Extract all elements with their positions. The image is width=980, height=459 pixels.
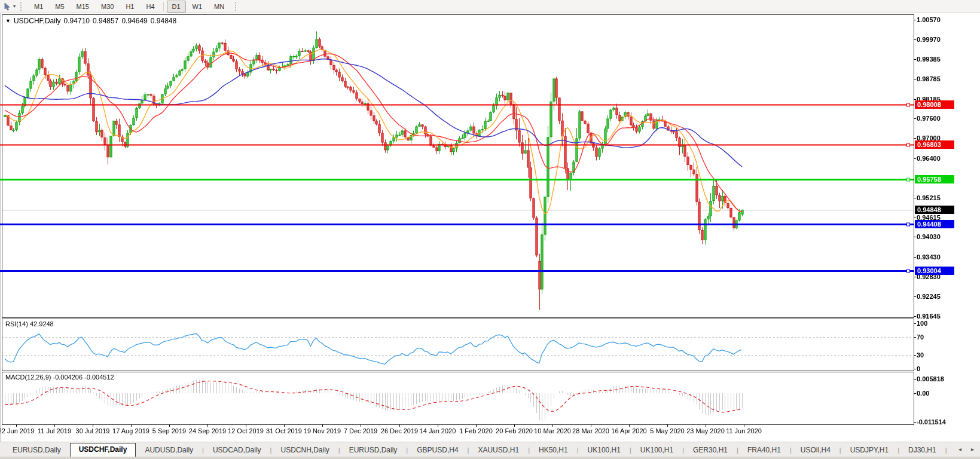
date-axis-label: 1 Feb 2020 bbox=[459, 427, 493, 434]
timeframe-button-d1[interactable]: D1 bbox=[167, 1, 186, 13]
date-axis-label: 5 May 2020 bbox=[650, 427, 684, 434]
mt4-window: ▾ M1M5M15M30H1H4D1W1MN ▼USDCHF,Daily0.94… bbox=[0, 0, 980, 459]
date-axis-label: 5 Sep 2019 bbox=[152, 427, 186, 434]
price-tick-label: 0.98785 bbox=[917, 75, 941, 83]
date-axis-label: 28 Mar 2020 bbox=[572, 427, 609, 434]
macd-tick-label: 0.005818 bbox=[917, 375, 944, 383]
price-chart-canvas[interactable] bbox=[0, 0, 980, 459]
tab-ger30-h1[interactable]: GER30,H1 bbox=[684, 443, 737, 457]
tab-usoil-h4[interactable]: USOil,H4 bbox=[792, 443, 839, 457]
hline-price-label: 0.93004 bbox=[915, 267, 954, 275]
hline-price-label: 0.94408 bbox=[915, 220, 954, 228]
hline-price-label: 0.96803 bbox=[915, 140, 954, 149]
tab-usdcnh-daily[interactable]: USDCNH,Daily bbox=[271, 443, 338, 457]
timeframe-button-m5[interactable]: M5 bbox=[50, 1, 69, 13]
price-tick-label: 0.99970 bbox=[917, 36, 941, 44]
quote-close: 0.94848 bbox=[151, 17, 176, 25]
date-axis-label: 14 Jan 2020 bbox=[420, 427, 456, 434]
chart-cursor-icon bbox=[4, 2, 12, 11]
chart-tab-bar: EURUSD,DailyUSDCHF,DailyAUDUSD,Daily|USD… bbox=[0, 442, 980, 457]
price-tick-label: 0.92245 bbox=[917, 293, 941, 301]
tab-dj30-h1[interactable]: DJ30,H1 bbox=[899, 443, 945, 457]
price-tick-label: 1.00570 bbox=[917, 16, 941, 24]
tab-scroll-left-icon[interactable]: ◂ bbox=[958, 446, 961, 452]
date-axis-label: 7 Dec 2019 bbox=[344, 427, 377, 434]
macd-value-2: -0.004512 bbox=[84, 374, 114, 381]
macd-tick-label: 0.00 bbox=[917, 390, 929, 397]
status-strip bbox=[0, 457, 980, 459]
rsi-indicator-label: RSI(14) 42.9248 bbox=[5, 320, 54, 328]
tab-usdjpy-h1[interactable]: USDJPY,H1 bbox=[841, 443, 897, 457]
tab-eurusd-daily[interactable]: EURUSD,Daily bbox=[4, 443, 70, 457]
date-axis-label: 20 Feb 2020 bbox=[496, 427, 533, 434]
toolbar-grip[interactable] bbox=[20, 2, 25, 11]
quote-low: 0.94649 bbox=[121, 17, 147, 25]
date-axis-label: 26 Dec 2019 bbox=[381, 427, 418, 434]
toolbar-separator bbox=[163, 2, 164, 11]
tab-usdchf-daily[interactable]: USDCHF,Daily bbox=[70, 443, 136, 457]
timeframe-button-m1[interactable]: M1 bbox=[29, 1, 48, 13]
price-tick-label: 0.96400 bbox=[917, 155, 941, 163]
macd-value-1: -0.004206 bbox=[53, 374, 83, 381]
date-axis-label: 17 Aug 2019 bbox=[112, 427, 149, 434]
quote-high: 0.94857 bbox=[93, 17, 118, 25]
tab-separator: | bbox=[945, 444, 947, 457]
macd-indicator-label: MACD(12,26,9) -0.004206 -0.004512 bbox=[5, 374, 114, 381]
price-tick-label: 0.95215 bbox=[917, 194, 941, 202]
date-axis-label: 31 Oct 2019 bbox=[266, 427, 302, 434]
tab-eurusd-daily[interactable]: EURUSD,Daily bbox=[340, 443, 407, 457]
hline-price-label: 0.98008 bbox=[915, 100, 954, 109]
chevron-down-icon: ▾ bbox=[13, 4, 16, 9]
tab-hk50-h1[interactable]: HK50,H1 bbox=[530, 443, 577, 457]
one-click-trading-toggle-icon[interactable]: ▼ bbox=[5, 18, 11, 24]
rsi-value: 42.9248 bbox=[30, 320, 54, 328]
tab-fra40-h1[interactable]: FRA40,H1 bbox=[738, 443, 790, 457]
date-axis-label: 19 Nov 2019 bbox=[304, 427, 341, 434]
tab-uk100-h1[interactable]: UK100,H1 bbox=[579, 443, 630, 457]
price-tick-label: 0.94030 bbox=[917, 233, 941, 241]
tab-xauusd-h1[interactable]: XAUUSD,H1 bbox=[469, 443, 528, 457]
tab-scroll-controls: ◂ ▸ bbox=[958, 446, 974, 452]
timeframe-button-h1[interactable]: H1 bbox=[120, 1, 139, 13]
date-axis-label: 30 Jul 2019 bbox=[76, 427, 110, 434]
chart-tabs: EURUSD,DailyUSDCHF,DailyAUDUSD,Daily|USD… bbox=[0, 442, 947, 457]
date-axis-label: 16 Apr 2020 bbox=[611, 427, 646, 434]
chart-cursor-tool-button[interactable]: ▾ bbox=[0, 1, 19, 13]
hline-price-label: 0.95758 bbox=[915, 175, 954, 183]
macd-tick-label: -0.011514 bbox=[917, 418, 946, 426]
date-axis-label: 11 Jun 2020 bbox=[726, 427, 762, 434]
tab-gbpusd-h4[interactable]: GBPUSD,H4 bbox=[408, 443, 467, 457]
tab-uk100-h1[interactable]: UK100,H1 bbox=[631, 443, 682, 457]
timeframe-button-m30[interactable]: M30 bbox=[96, 1, 119, 13]
date-axis-label: 12 Oct 2019 bbox=[228, 427, 264, 434]
current-price-label: 0.94848 bbox=[915, 206, 954, 214]
date-axis-label: 24 Sep 2019 bbox=[189, 427, 226, 434]
price-tick-label: 0.97600 bbox=[917, 115, 941, 123]
chart-symbol-period: USDCHF,Daily bbox=[14, 17, 61, 25]
toolbar-grip[interactable] bbox=[235, 2, 239, 11]
timeframe-button-m15[interactable]: M15 bbox=[71, 1, 94, 13]
rsi-tick-label: 70 bbox=[917, 333, 924, 341]
timeframe-button-group: M1M5M15M30H1H4D1W1MN bbox=[28, 1, 230, 13]
rsi-tick-label: 30 bbox=[917, 351, 924, 359]
top-toolbar: ▾ M1M5M15M30H1H4D1W1MN bbox=[0, 0, 980, 13]
timeframe-button-w1[interactable]: W1 bbox=[187, 1, 208, 13]
tab-scroll-right-icon[interactable]: ▸ bbox=[971, 446, 974, 452]
date-axis-label: 11 Jul 2019 bbox=[38, 427, 71, 434]
tab-usdcad-daily[interactable]: USDCAD,Daily bbox=[204, 443, 270, 457]
chart-title: ▼USDCHF,Daily0.947100.948570.946490.9484… bbox=[5, 17, 176, 25]
tab-audusd-daily[interactable]: AUDUSD,Daily bbox=[136, 443, 202, 457]
date-axis-label: 10 Mar 2020 bbox=[534, 427, 571, 434]
rsi-tick-label: 0 bbox=[917, 365, 920, 373]
date-axis-label: 23 May 2020 bbox=[686, 427, 725, 434]
price-tick-label: 0.99385 bbox=[917, 56, 941, 63]
timeframe-button-mn[interactable]: MN bbox=[209, 1, 230, 13]
date-axis-label: 22 Jun 2019 bbox=[0, 427, 34, 434]
timeframe-button-h4[interactable]: H4 bbox=[141, 1, 160, 13]
rsi-tick-label: 100 bbox=[917, 320, 927, 328]
price-tick-label: 0.93430 bbox=[917, 253, 941, 261]
quote-open: 0.94710 bbox=[64, 17, 90, 25]
